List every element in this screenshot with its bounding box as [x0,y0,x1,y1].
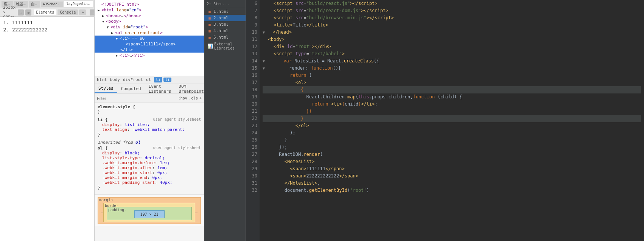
tree-head[interactable]: ▶<head>…</head> [95,13,204,19]
structure-label: 2: Stru... [207,2,229,6]
html-tree: <!DOCTYPE html> ▶<html lang="en"> ▶<head… [95,0,204,76]
file-name-1html: 1.html [213,9,229,14]
code-line-25: } [263,137,641,144]
console-tab[interactable]: Console [58,9,78,15]
breadcrumb-divroot[interactable]: div#root [123,77,143,82]
filter-input[interactable] [97,96,177,101]
tree-li-2[interactable]: ▶<li>…</li> [95,53,204,58]
ol-prop-margin-start: -webkit-margin-start: 0px; [98,170,201,175]
preview-item-1: 1111111 [12,20,90,25]
code-line-17: <ol> [263,79,641,86]
file-name-4html: 4.html [213,28,229,33]
tab-event-listeners[interactable]: Event Listeners [145,82,175,95]
tree-li-close[interactable]: </li> [95,47,204,53]
hov-filter[interactable]: :hov [178,96,187,100]
code-line-20: return <li>{child}</li>; [263,101,641,108]
ol-prop-padding-start: -webkit-padding-start: 40px; [98,180,201,185]
breadcrumb-html[interactable]: html [97,77,107,82]
ol-prop-margin-end: -webkit-margin-end: 0px; [98,175,201,180]
file-item-2html[interactable]: ▦ 2.html [204,15,246,21]
code-line-10: ▼ </head> [263,29,641,36]
more-tab[interactable]: » [79,9,86,15]
tree-body[interactable]: ▼<body> [95,19,204,24]
tree-doctype[interactable]: <!DOCTYPE html> [95,2,204,7]
tree-html[interactable]: ▶<html lang="en"> [95,7,204,13]
tab-w3school[interactable]: W3Schoo... [41,2,64,7]
line-numbers: 6 7 8 9 10 11 12 13 14 15 16 17 18 19 20… [246,0,260,241]
file-item-1html[interactable]: ▦ 1.html [204,8,246,15]
devtools-icons: ⬚ ⊡ [18,9,31,16]
breadcrumb-ol[interactable]: ol [146,77,151,82]
code-line-27: ReactDOM.render( [263,151,641,158]
code-line-28: <NotesList> [263,158,641,165]
code-line-14: ▼ var NotesList = React.createClass({ [263,58,641,65]
file-tree-header: 2: Stru... [204,0,246,8]
box-model-margin: margin – border padding- 197 × 21 – [98,197,201,224]
browser-preview-pane: 应用 维基堂 自度 W3Schoo... layPage多功... 253px … [0,0,95,241]
file-item-4html[interactable]: ▦ 4.html [204,28,246,34]
ol-selector-row: ol { user agent stylesheet [98,146,201,151]
styles-content: element.style { } li { user agent styles… [95,103,204,194]
ol-prop-margin-after: -webkit-margin-after: 1em; [98,165,201,170]
code-line-13: <script type="text/babel"> [263,50,641,58]
tab-laypage[interactable]: layPage多功... [64,1,93,7]
tree-div-root[interactable]: ▼<div id="root"> [95,24,204,30]
box-model-section: margin – border padding- 197 × 21 – [95,194,204,226]
code-line-7: <script src="build/react-dom.js"></scrip… [263,7,641,14]
ol-prop-display: display: block; [98,151,201,155]
code-line-6: <script src="build/react.js"></script> [263,0,641,7]
ext-libraries-label: External Libraries [214,42,243,50]
code-editor: 6 7 8 9 10 11 12 13 14 15 16 17 18 19 20… [246,0,644,241]
tree-ol[interactable]: ▶<ol data-reactroot> [95,30,204,36]
code-line-24: ); [263,129,641,137]
box-model-padding: padding- 197 × 21 [107,207,192,220]
code-line-32: document.getElementById('root') [263,187,641,194]
tab-styles[interactable]: Styles [95,84,117,93]
code-line-19: React.Children.map(this.props.children,f… [263,93,641,101]
ol-prop-list-style: list-style-type: decimal; [98,155,201,160]
element-style-rule: element.style { } [98,104,201,114]
element-style-closing: } [98,109,201,114]
breadcrumb-li[interactable]: li [154,77,162,82]
code-line-12: <div id="root"></div> [263,43,641,50]
element-style-selector: element.style { [98,104,201,109]
code-line-22: } [263,115,641,122]
elements-tab[interactable]: Elements [34,9,56,15]
li-closing: } [98,132,201,137]
file-name-5html: 5.html [213,35,229,40]
add-filter[interactable]: + [199,96,202,100]
code-line-31: </NotesList>, [263,180,641,187]
code-line-11: <body> [263,36,641,43]
html-file-icon-2: ▦ [207,16,212,20]
ol-prop-margin-before: -webkit-margin-before: 1em; [98,160,201,165]
ol-rule: ol { user agent stylesheet display: bloc… [98,146,201,190]
code-line-29: <span>1111111</span> [263,165,641,173]
tree-li-selected[interactable]: ▼<li> == $0 [95,36,204,41]
external-libraries-item[interactable]: 📊 External Libraries [204,40,246,52]
cls-filter[interactable]: .cls [189,96,198,100]
code-line-8: <script src="build/browser.min.js"></scr… [263,14,641,22]
file-item-5html[interactable]: ▦ 5.html [204,34,246,40]
preview-list: 1111111 222222222222 [5,20,90,33]
file-name-2html: 2.html [213,16,229,20]
li-rule: li { user agent stylesheet display: list… [98,117,201,137]
inspect-icon[interactable]: ⬚ [18,9,24,16]
page-preview: 1111111 222222222222 [0,17,94,241]
device-icon[interactable]: ⊡ [25,9,31,16]
code-line-15: ▼ render: function(){ [263,65,641,72]
inherited-label: Inherited from ol [98,140,201,145]
breadcrumb-body[interactable]: body [110,77,120,82]
styles-tab-bar: Styles Computed Event Listeners DOM Brea… [95,84,204,94]
file-tree-panel: 2: Stru... ▦ 1.html ▦ 2.html ▦ 3.html ▦ … [204,0,246,241]
html-file-icon-5: ▦ [207,35,212,40]
html-file-icon: ▦ [207,9,212,14]
file-item-3html[interactable]: ▦ 3.html [204,21,246,28]
tab-computed[interactable]: Computed [117,85,145,93]
tab-自度[interactable]: 自度 [29,1,40,8]
code-line-21: }) [263,108,641,115]
tab-维基堂[interactable]: 维基堂 [14,1,28,8]
devtools-panel: <!DOCTYPE html> ▶<html lang="en"> ▶<head… [95,0,204,241]
code-line-9: <title>Title</title> [263,22,641,29]
tree-span[interactable]: <span>1111111</span> [95,41,204,47]
inherited-from-tag[interactable]: ol [135,140,140,145]
